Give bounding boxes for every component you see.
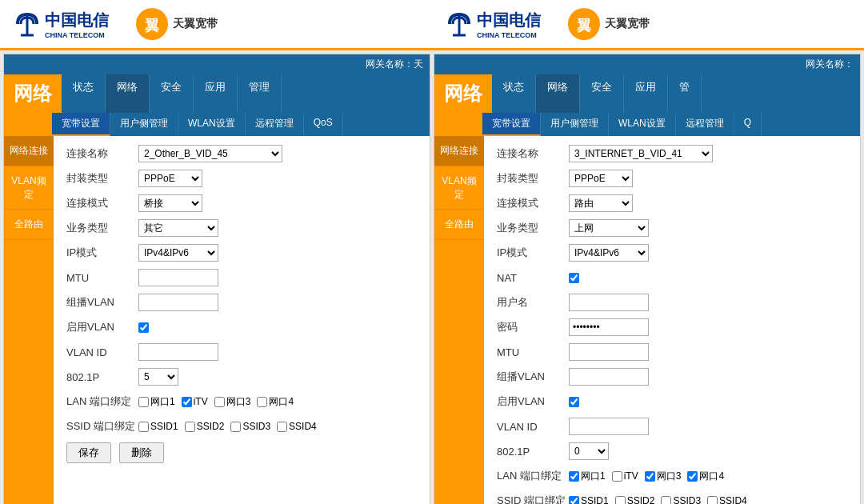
tab1-app[interactable]: 应用 xyxy=(194,74,238,113)
form1-ssid4-cb[interactable] xyxy=(277,422,287,432)
form1-lan-itv-cb[interactable] xyxy=(182,397,192,407)
form2-ssid3-cb[interactable] xyxy=(661,496,671,505)
tab1-manage[interactable]: 管理 xyxy=(238,74,282,113)
sidebar-item-vlan-1[interactable]: VLAN频定 xyxy=(4,166,54,210)
form2-vlan-id-input[interactable]: 41 xyxy=(569,418,649,435)
sidebar-item-network-conn-2[interactable]: 网络连接 xyxy=(434,136,484,166)
form2-8021p-label: 802.1P xyxy=(497,446,569,458)
tab2-q[interactable]: Q xyxy=(734,113,762,136)
form1-8021p-select[interactable]: 5 xyxy=(138,368,178,386)
sidebar-item-fullroute-1[interactable]: 全路由 xyxy=(4,210,54,240)
form1-ssid4[interactable]: SSID4 xyxy=(277,421,317,432)
form2-service-label: 业务类型 xyxy=(497,221,569,235)
form1-encap-select[interactable]: PPPoE xyxy=(138,170,202,187)
form2-username-input[interactable]: 02003666460 xyxy=(569,294,649,311)
form2-lan-itv[interactable]: iTV xyxy=(612,470,638,482)
form1-lan-port1-cb[interactable] xyxy=(138,397,149,407)
tab1-network[interactable]: 网络 xyxy=(106,74,150,113)
form2-lan-port4-cb[interactable] xyxy=(687,471,698,482)
tianyi-icon-right: 翼 xyxy=(566,6,602,42)
tab2-status[interactable]: 状态 xyxy=(492,74,536,113)
form2-ssid2-cb[interactable] xyxy=(615,496,626,505)
tab2-broadband[interactable]: 宽带设置 xyxy=(52,113,110,136)
form2-8021p-select[interactable]: 0 xyxy=(569,442,609,460)
form1-ssid2-cb[interactable] xyxy=(185,422,195,432)
tab1-security[interactable]: 安全 xyxy=(150,74,194,113)
form1-ssid1-cb[interactable] xyxy=(138,422,149,432)
form1-lan-port4[interactable]: 网口4 xyxy=(257,395,294,409)
form1-lan-port4-cb[interactable] xyxy=(257,397,267,407)
form1-connection-name-row: 连接名称 2_Other_B_VID_45 xyxy=(66,144,417,163)
form1-lan-port3[interactable]: 网口3 xyxy=(214,395,251,409)
logo-right: 中国电信 CHINA TELECOM 翼 天翼宽带 xyxy=(432,0,864,50)
form2-ip-mode-select[interactable]: IPv4&IPv6 xyxy=(569,244,649,262)
tab2-wlan[interactable]: WLAN设置 xyxy=(178,113,246,136)
tab2-network[interactable]: 网络 xyxy=(536,74,580,113)
form1-connection-name-select[interactable]: 2_Other_B_VID_45 xyxy=(138,145,282,162)
form2-lan-port3-cb[interactable] xyxy=(645,471,655,482)
form1-save-btn[interactable]: 保存 xyxy=(66,442,111,463)
form2-connection-name-select[interactable]: 3_INTERNET_B_VID_41 xyxy=(569,145,713,162)
tab2-user[interactable]: 用户侧管理 xyxy=(110,113,178,136)
tab2-wlan-2[interactable]: WLAN设置 xyxy=(609,113,676,136)
form1-ssid2[interactable]: SSID2 xyxy=(185,421,225,432)
form2-nat-checkbox[interactable] xyxy=(569,273,579,283)
panel1-form: 连接名称 2_Other_B_VID_45 封装类型 PPPoE 连接模式 xyxy=(54,136,430,504)
form2-mtu-input[interactable]: 1500 xyxy=(569,343,649,361)
form2-ssid2[interactable]: SSID2 xyxy=(615,495,655,504)
form2-group-vlan-input[interactable]: 0 xyxy=(569,368,649,386)
form2-password-input[interactable] xyxy=(569,318,649,336)
form1-lan-port1[interactable]: 网口1 xyxy=(138,395,175,409)
telecom-name-right: 中国电信 CHINA TELECOM xyxy=(477,10,541,39)
sidebar-item-network-conn-1[interactable]: 网络连接 xyxy=(4,136,54,166)
form2-lan-port4[interactable]: 网口4 xyxy=(687,470,724,483)
form1-service-select[interactable]: 其它 xyxy=(138,219,218,237)
sidebar-item-fullroute-2[interactable]: 全路由 xyxy=(434,210,484,240)
tianyi-logo-right: 翼 天翼宽带 xyxy=(566,6,650,42)
form1-enable-vlan-row: 启用VLAN xyxy=(66,318,417,337)
form2-enable-vlan-label: 启用VLAN xyxy=(497,394,569,409)
form1-group-vlan-label: 组播VLAN xyxy=(66,295,138,310)
form2-ssid1-cb[interactable] xyxy=(569,496,579,505)
form2-ssid1[interactable]: SSID1 xyxy=(569,495,609,504)
form1-ssid3-cb[interactable] xyxy=(230,422,241,432)
form2-conn-mode-select[interactable]: 路由 xyxy=(569,194,633,212)
svg-text:翼: 翼 xyxy=(145,18,160,34)
tab2-remote-2[interactable]: 远程管理 xyxy=(676,113,734,136)
tab2-remote[interactable]: 远程管理 xyxy=(246,113,304,136)
tab1-status[interactable]: 状态 xyxy=(62,74,106,113)
tab2-app[interactable]: 应用 xyxy=(624,74,668,113)
form1-encap-row: 封装类型 PPPoE xyxy=(66,169,417,188)
panel2-form: 连接名称 3_INTERNET_B_VID_41 封装类型 PPPoE 连接模式 xyxy=(484,136,860,504)
form2-ssid4[interactable]: SSID4 xyxy=(707,495,747,504)
form2-lan-port3[interactable]: 网口3 xyxy=(645,470,682,483)
form2-lan-port1-cb[interactable] xyxy=(569,471,579,482)
form2-lan-itv-cb[interactable] xyxy=(612,471,622,482)
svg-text:翼: 翼 xyxy=(577,18,592,34)
form2-service-select[interactable]: 上网 xyxy=(569,219,649,237)
form1-ssid1[interactable]: SSID1 xyxy=(138,421,178,432)
form2-enable-vlan-checkbox[interactable] xyxy=(569,397,579,407)
form1-conn-mode-select[interactable]: 桥接 xyxy=(138,194,202,212)
tab2-qos[interactable]: QoS xyxy=(304,113,343,136)
form2-lan-port1[interactable]: 网口1 xyxy=(569,470,606,483)
form2-ssid3[interactable]: SSID3 xyxy=(661,495,701,504)
form1-vlan-id-input[interactable]: 45 xyxy=(138,343,218,361)
form1-group-vlan-input[interactable]: 50 xyxy=(138,294,218,311)
sidebar-item-vlan-2[interactable]: VLAN频定 xyxy=(434,166,484,210)
form1-lan-itv[interactable]: iTV xyxy=(182,396,208,407)
form2-ssid4-cb[interactable] xyxy=(707,496,718,505)
form1-mtu-input[interactable]: 1500 xyxy=(138,269,218,286)
tab2-user-2[interactable]: 用户侧管理 xyxy=(541,113,609,136)
form1-8021p-label: 802.1P xyxy=(66,371,138,383)
form2-encap-select[interactable]: PPPoE xyxy=(569,170,633,187)
gateway-label-1: 网关名称： xyxy=(366,58,414,71)
form1-enable-vlan-checkbox[interactable] xyxy=(138,322,149,333)
tab2-manage-short[interactable]: 管 xyxy=(668,74,702,113)
tab2-broadband-2[interactable]: 宽带设置 xyxy=(482,113,541,136)
tab2-security[interactable]: 安全 xyxy=(580,74,624,113)
form1-ssid3[interactable]: SSID3 xyxy=(230,421,270,432)
form1-lan-port3-cb[interactable] xyxy=(214,397,225,407)
form1-delete-btn[interactable]: 删除 xyxy=(119,442,164,463)
form1-ip-mode-select[interactable]: IPv4&IPv6 xyxy=(138,244,218,262)
